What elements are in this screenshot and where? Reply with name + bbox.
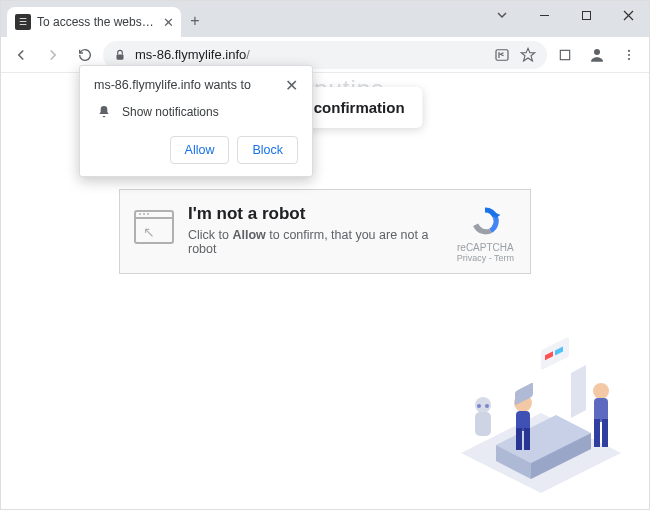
captcha-card[interactable]: ↖ I'm not a robot Click to Allow to conf…: [119, 189, 531, 274]
block-button[interactable]: Block: [237, 136, 298, 164]
recaptcha-badge: reCAPTCHA Privacy - Term: [457, 204, 514, 263]
prompt-capability-text: Show notifications: [122, 105, 219, 119]
page-content: computips Allow for confirmation ms-86.f…: [1, 73, 649, 509]
recaptcha-links-text: Privacy - Term: [457, 253, 514, 263]
svg-point-27: [477, 404, 481, 408]
svg-rect-4: [560, 50, 569, 59]
office-illustration: [441, 333, 641, 503]
svg-point-6: [628, 49, 630, 51]
close-window-button[interactable]: [607, 1, 649, 29]
close-prompt-icon[interactable]: ✕: [285, 78, 298, 94]
new-tab-button[interactable]: +: [181, 7, 209, 35]
browser-window-icon: ↖: [134, 210, 174, 244]
lock-icon: [113, 48, 127, 62]
back-button[interactable]: [7, 41, 35, 69]
svg-point-7: [628, 53, 630, 55]
bookmark-star-icon[interactable]: [519, 46, 537, 64]
svg-rect-20: [524, 428, 530, 450]
tab-title: To access the website click the "A: [37, 15, 155, 29]
kebab-menu-icon[interactable]: [615, 41, 643, 69]
captcha-title: I'm not a robot: [188, 204, 443, 224]
notification-permission-prompt: ms-86.flymylife.info wants to ✕ Show not…: [79, 65, 313, 177]
window-controls: [481, 1, 649, 29]
svg-point-21: [593, 383, 609, 399]
browser-tab[interactable]: ☰ To access the website click the "A ✕: [7, 7, 181, 37]
url-text: ms-86.flymylife.info/: [135, 47, 485, 62]
svg-rect-23: [594, 419, 600, 447]
bell-icon: [96, 104, 112, 120]
tab-favicon: ☰: [15, 14, 31, 30]
minimize-button[interactable]: [523, 1, 565, 29]
maximize-button[interactable]: [565, 1, 607, 29]
share-icon[interactable]: [493, 46, 511, 64]
profile-avatar-icon[interactable]: [583, 41, 611, 69]
svg-rect-2: [117, 54, 124, 59]
svg-marker-29: [571, 365, 586, 418]
svg-point-5: [594, 49, 600, 55]
svg-rect-22: [594, 398, 608, 422]
chrome-dropdown-icon[interactable]: [481, 1, 523, 29]
svg-point-28: [485, 404, 489, 408]
svg-point-8: [628, 58, 630, 60]
forward-button[interactable]: [39, 41, 67, 69]
recaptcha-logo-icon: [468, 204, 502, 238]
svg-rect-26: [475, 412, 491, 436]
svg-rect-19: [516, 428, 522, 450]
allow-button[interactable]: Allow: [170, 136, 230, 164]
svg-rect-1: [582, 11, 590, 19]
window-titlebar: ☰ To access the website click the "A ✕ +: [1, 1, 649, 37]
recaptcha-brand-text: reCAPTCHA: [457, 242, 514, 253]
captcha-subtitle: Click to Allow to confirm, that you are …: [188, 228, 443, 256]
extensions-icon[interactable]: [551, 41, 579, 69]
prompt-origin-text: ms-86.flymylife.info wants to: [94, 78, 251, 92]
svg-rect-24: [602, 419, 608, 447]
close-tab-icon[interactable]: ✕: [161, 15, 175, 29]
